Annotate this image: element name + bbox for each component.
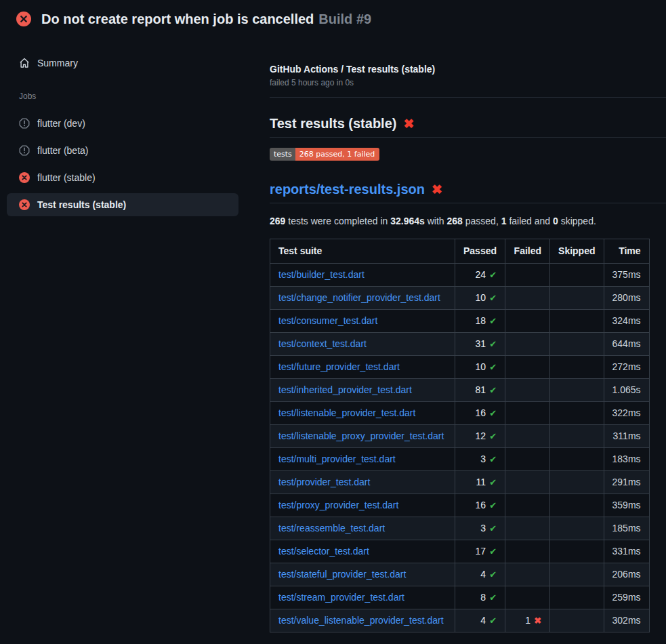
suite-link[interactable]: test/provider_test.dart [278,477,370,487]
table-row: test/stateful_provider_test.dart4✔206ms [270,563,650,586]
sidebar-item-summary[interactable]: Summary [7,52,238,75]
pass-check-icon: ✔ [489,431,497,441]
passed-cell: 8✔ [455,586,505,609]
pass-check-icon: ✔ [489,362,497,372]
passed-cell: 12✔ [455,425,505,448]
suite-link[interactable]: test/consumer_test.dart [278,315,377,326]
skipped-cell [550,402,604,425]
report-heading: reports/test-results.json ✖ [270,181,666,203]
sidebar-item-flutter-stable[interactable]: flutter (stable) [7,166,238,189]
failed-cell [505,333,550,356]
col-test-suite: Test suite [270,239,455,264]
report-file-link[interactable]: reports/test-results.json [270,181,425,197]
suite-link[interactable]: test/stream_provider_test.dart [278,592,404,603]
cancelled-octagon-icon [19,145,30,156]
time-cell: 302ms [604,609,649,632]
count-value: 1 [525,615,530,626]
passed-cell: 11✔ [455,471,505,494]
pass-check-icon: ✔ [489,454,497,464]
skipped-cell [550,264,604,287]
failed-circle-icon [19,172,30,183]
pass-check-icon: ✔ [489,293,497,303]
passed-count: 268 [447,216,463,226]
build-number: Build #9 [318,12,371,26]
time-cell: 1.065s [604,379,649,402]
home-icon [19,58,30,68]
count-value: 18 [476,315,486,326]
table-row: test/inherited_provider_test.dart81✔1.06… [270,379,650,402]
passed-cell: 16✔ [455,494,505,517]
count-value: 17 [476,546,486,557]
pass-check-icon: ✔ [489,477,497,487]
pass-check-icon: ✔ [489,616,497,626]
count-value: 8 [480,592,486,603]
passed-cell: 17✔ [455,540,505,563]
pass-check-icon: ✔ [489,408,497,418]
summary-text: passed, [463,216,501,226]
pass-check-icon: ✔ [489,339,497,349]
failed-cell [505,425,550,448]
suite-link[interactable]: test/builder_test.dart [278,269,365,280]
count-value: 3 [480,454,486,464]
passed-cell: 3✔ [455,448,505,471]
failed-cell: 1✖ [505,609,550,632]
suite-link[interactable]: test/inherited_provider_test.dart [278,384,412,395]
main-content: GitHub Actions / Test results (stable) f… [257,38,666,632]
table-row: test/consumer_test.dart18✔324ms [270,310,650,333]
time-cell: 185ms [604,517,649,540]
table-row: test/future_provider_test.dart10✔272ms [270,356,650,379]
suite-cell: test/value_listenable_provider_test.dart [270,609,455,632]
skipped-cell [550,609,604,632]
sidebar-item-test-results-stable[interactable]: Test results (stable) [7,193,238,216]
failed-cell [505,448,550,471]
table-row: test/proxy_provider_test.dart16✔359ms [270,494,650,517]
count-value: 16 [476,500,486,510]
failed-count: 1 [501,216,507,226]
table-row: test/selector_test.dart17✔331ms [270,540,650,563]
suite-link[interactable]: test/context_test.dart [278,338,367,349]
suite-link[interactable]: test/selector_test.dart [278,546,369,557]
suite-cell: test/selector_test.dart [270,540,455,563]
suite-link[interactable]: test/stateful_provider_test.dart [278,569,406,580]
skipped-cell [550,333,604,356]
suite-link[interactable]: test/change_notifier_provider_test.dart [278,292,440,303]
table-row: test/value_listenable_provider_test.dart… [270,609,650,632]
table-row: test/stream_provider_test.dart8✔259ms [270,586,650,609]
passed-cell: 31✔ [455,333,505,356]
cancelled-octagon-icon [19,118,30,129]
table-header-row: Test suite Passed Failed Skipped Time [270,239,650,264]
suite-cell: test/future_provider_test.dart [270,356,455,379]
failed-cell [505,517,550,540]
test-summary-sentence: 269 tests were completed in 32.964s with… [270,216,666,227]
suite-link[interactable]: test/listenable_proxy_provider_test.dart [278,430,444,441]
count-value: 10 [476,292,486,303]
skipped-cell [550,494,604,517]
jobs-section-label: Jobs [19,92,238,101]
time-cell: 359ms [604,494,649,517]
time-cell: 291ms [604,471,649,494]
suite-link[interactable]: test/multi_provider_test.dart [278,454,396,464]
passed-cell: 24✔ [455,264,505,287]
skipped-cell [550,540,604,563]
badge-label: tests [270,148,295,161]
count-value: 3 [480,523,486,534]
suite-link[interactable]: test/proxy_provider_test.dart [278,500,398,510]
summary-label: Summary [37,58,78,68]
run-status-line: failed 5 hours ago in 0s [270,78,666,87]
suite-link[interactable]: test/listenable_provider_test.dart [278,407,415,418]
failed-cell [505,379,550,402]
sidebar-item-flutter-dev[interactable]: flutter (dev) [7,112,238,135]
suite-cell: test/consumer_test.dart [270,310,455,333]
failed-cell [505,540,550,563]
count-value: 4 [480,569,486,580]
time-cell: 375ms [604,264,649,287]
suite-link[interactable]: test/future_provider_test.dart [278,361,400,372]
count-value: 16 [476,407,486,418]
suite-cell: test/proxy_provider_test.dart [270,494,455,517]
time-cell: 206ms [604,563,649,586]
suite-link[interactable]: test/reassemble_test.dart [278,523,385,534]
sidebar-item-flutter-beta[interactable]: flutter (beta) [7,139,238,162]
table-row: test/listenable_proxy_provider_test.dart… [270,425,650,448]
pass-check-icon: ✔ [489,546,497,557]
suite-link[interactable]: test/value_listenable_provider_test.dart [278,615,444,626]
